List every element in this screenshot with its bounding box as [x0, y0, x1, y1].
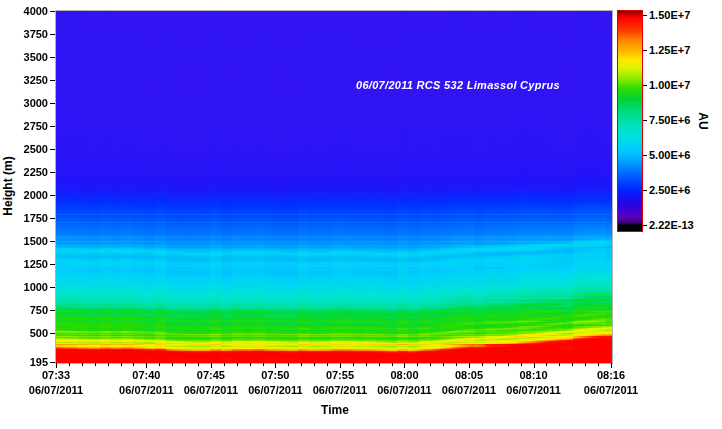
x-minor-tick [198, 363, 199, 366]
x-minor-tick [82, 363, 83, 366]
y-tick-label: 750 [0, 304, 48, 316]
y-tick [50, 172, 55, 173]
y-tick-label: 3000 [0, 97, 48, 109]
x-major-tick [469, 363, 470, 368]
y-tick-label: 2250 [0, 166, 48, 178]
y-tick-label: 1750 [0, 212, 48, 224]
x-minor-tick [353, 363, 354, 366]
colorbar-tick [643, 120, 647, 121]
x-minor-tick [185, 363, 186, 366]
y-tick [50, 333, 55, 334]
y-tick-label: 2750 [0, 120, 48, 132]
x-minor-tick [314, 363, 315, 366]
x-minor-tick [417, 363, 418, 366]
x-minor-tick [559, 363, 560, 366]
x-minor-tick [508, 363, 509, 366]
y-tick-label: 195 [0, 356, 48, 368]
y-tick-label: 1250 [0, 258, 48, 270]
x-major-tick [275, 363, 276, 368]
x-minor-tick [237, 363, 238, 366]
y-tick [50, 80, 55, 81]
y-tick [50, 57, 55, 58]
x-minor-tick [159, 363, 160, 366]
colorbar-tick [643, 15, 647, 16]
y-tick [50, 149, 55, 150]
y-tick-label: 3500 [0, 51, 48, 63]
x-minor-tick [95, 363, 96, 366]
y-tick [50, 103, 55, 104]
x-tick-time-label: 07:45 [181, 369, 241, 381]
x-minor-tick [430, 363, 431, 366]
x-minor-tick [301, 363, 302, 366]
y-tick [50, 362, 55, 363]
colorbar-unit-label: AU [694, 106, 710, 136]
plot-area: 06/07/2011 RCS 532 Limassol Cyprus [55, 10, 613, 364]
x-minor-tick [495, 363, 496, 366]
colorbar-tick [643, 50, 647, 51]
x-tick-time-label: 08:05 [439, 369, 499, 381]
colorbar [617, 10, 643, 232]
y-tick [50, 34, 55, 35]
x-minor-tick [392, 363, 393, 366]
x-tick-date-label: 06/07/2011 [492, 384, 576, 396]
y-tick-label: 2500 [0, 143, 48, 155]
x-major-tick [340, 363, 341, 368]
x-tick-time-label: 07:50 [245, 369, 305, 381]
x-minor-tick [585, 363, 586, 366]
x-minor-tick [366, 363, 367, 366]
heatmap-canvas [56, 11, 612, 363]
y-tick [50, 241, 55, 242]
y-tick [50, 310, 55, 311]
x-minor-tick [327, 363, 328, 366]
x-major-tick [146, 363, 147, 368]
x-minor-tick [108, 363, 109, 366]
colorbar-tick [643, 85, 647, 86]
y-tick-label: 500 [0, 327, 48, 339]
y-tick [50, 218, 55, 219]
x-tick-time-label: 08:10 [504, 369, 564, 381]
x-minor-tick [172, 363, 173, 366]
x-minor-tick [482, 363, 483, 366]
colorbar-tick-label: 1.25E+7 [649, 44, 709, 56]
rcs-time-height-figure: Height (m) 06/07/2011 RCS 532 Limassol C… [0, 0, 722, 429]
colorbar-tick [643, 155, 647, 156]
x-minor-tick [443, 363, 444, 366]
colorbar-tick-label: 5.00E+6 [649, 149, 709, 161]
colorbar-tick-label: 2.50E+6 [649, 184, 709, 196]
x-minor-tick [121, 363, 122, 366]
x-minor-tick [250, 363, 251, 366]
x-minor-tick [521, 363, 522, 366]
y-tick-label: 2000 [0, 189, 48, 201]
x-major-tick [611, 363, 612, 368]
x-major-tick [211, 363, 212, 368]
x-tick-time-label: 07:55 [310, 369, 370, 381]
x-major-tick [404, 363, 405, 368]
x-minor-tick [456, 363, 457, 366]
x-major-tick [534, 363, 535, 368]
x-tick-time-label: 07:40 [116, 369, 176, 381]
x-minor-tick [224, 363, 225, 366]
y-axis-title: Height (m) [1, 121, 17, 251]
y-tick [50, 195, 55, 196]
x-minor-tick [379, 363, 380, 366]
y-tick [50, 264, 55, 265]
colorbar-tick-label: 2.22E-13 [649, 219, 709, 231]
colorbar-tick-label: 1.00E+7 [649, 79, 709, 91]
y-tick-label: 1500 [0, 235, 48, 247]
y-tick [50, 287, 55, 288]
x-tick-date-label: 06/07/2011 [14, 384, 98, 396]
y-tick-label: 4000 [0, 5, 48, 17]
x-minor-tick [598, 363, 599, 366]
x-major-tick [56, 363, 57, 368]
y-tick-label: 3250 [0, 74, 48, 86]
x-minor-tick [288, 363, 289, 366]
colorbar-tick-label: 1.50E+7 [649, 9, 709, 21]
plot-annotation: 06/07/2011 RCS 532 Limassol Cyprus [356, 79, 560, 91]
x-minor-tick [263, 363, 264, 366]
x-minor-tick [546, 363, 547, 366]
y-tick [50, 126, 55, 127]
y-tick-label: 1000 [0, 281, 48, 293]
x-tick-time-label: 08:16 [581, 369, 641, 381]
y-tick [50, 11, 55, 12]
x-tick-date-label: 06/07/2011 [569, 384, 653, 396]
